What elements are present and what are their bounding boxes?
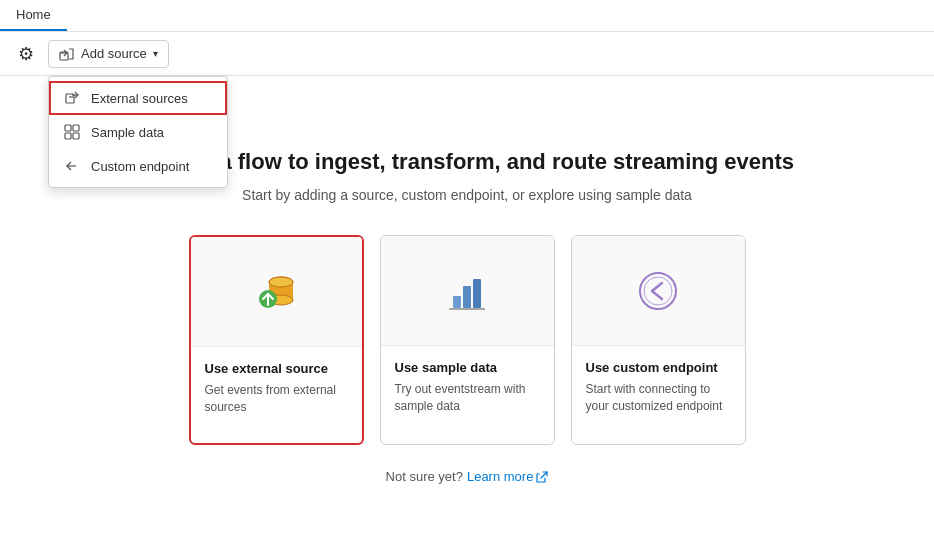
card-sample-data-title: Use sample data: [395, 360, 540, 375]
svg-rect-17: [473, 279, 481, 308]
card-sample-data-text: Use sample data Try out eventstream with…: [381, 346, 554, 427]
settings-button[interactable]: ⚙: [12, 39, 40, 69]
card-sample-data-desc: Try out eventstream with sample data: [395, 381, 540, 415]
add-source-label: Add source: [81, 46, 147, 61]
svg-rect-7: [73, 133, 79, 139]
card-external-source-icon-area: [191, 237, 362, 347]
dropdown-item-external-sources-label: External sources: [91, 91, 188, 106]
sample-data-card-icon: [437, 261, 497, 321]
card-external-source-desc: Get events from external sources: [205, 382, 348, 416]
card-external-source-text: Use external source Get events from exte…: [191, 347, 362, 428]
learn-more-label: Learn more: [467, 469, 533, 484]
svg-point-19: [640, 273, 676, 309]
card-custom-endpoint-title: Use custom endpoint: [586, 360, 731, 375]
card-sample-data-icon-area: [381, 236, 554, 346]
home-tab[interactable]: Home: [0, 0, 67, 31]
svg-rect-16: [463, 286, 471, 308]
toolbar: ⚙ Add source ▾: [0, 32, 934, 76]
svg-point-12: [269, 277, 293, 287]
app-container: Home ⚙ Add source ▾: [0, 0, 934, 557]
gear-icon: ⚙: [18, 43, 34, 65]
learn-more-link[interactable]: Learn more: [467, 469, 548, 484]
custom-endpoint-card-icon: [628, 261, 688, 321]
chevron-down-icon: ▾: [153, 48, 158, 59]
external-link-icon: [536, 471, 548, 483]
card-custom-endpoint-desc: Start with connecting to your customized…: [586, 381, 731, 415]
card-external-source[interactable]: Use external source Get events from exte…: [189, 235, 364, 445]
not-sure-text: Not sure yet?: [386, 469, 463, 484]
card-custom-endpoint-text: Use custom endpoint Start with connectin…: [572, 346, 745, 427]
dropdown-item-custom-endpoint[interactable]: Custom endpoint: [49, 149, 227, 183]
svg-line-21: [541, 472, 547, 478]
card-sample-data[interactable]: Use sample data Try out eventstream with…: [380, 235, 555, 445]
cards-container: Use external source Get events from exte…: [189, 235, 746, 445]
dropdown-item-sample-data-label: Sample data: [91, 125, 164, 140]
sample-data-icon: [63, 123, 81, 141]
svg-rect-15: [453, 296, 461, 308]
svg-rect-4: [65, 125, 71, 131]
hero-subtitle: Start by adding a source, custom endpoin…: [242, 187, 692, 203]
svg-rect-5: [73, 125, 79, 131]
hero-title: Design a flow to ingest, transform, and …: [140, 149, 794, 175]
svg-point-20: [644, 277, 672, 305]
external-source-card-icon: [246, 262, 306, 322]
footer: Not sure yet? Learn more: [386, 469, 549, 484]
dropdown-menu: External sources Sample data: [48, 76, 228, 188]
add-source-button[interactable]: Add source ▾: [48, 40, 169, 68]
card-custom-endpoint-icon-area: [572, 236, 745, 346]
svg-rect-6: [65, 133, 71, 139]
external-sources-icon: [63, 89, 81, 107]
dropdown-item-sample-data[interactable]: Sample data: [49, 115, 227, 149]
card-custom-endpoint[interactable]: Use custom endpoint Start with connectin…: [571, 235, 746, 445]
add-source-icon: [59, 46, 75, 62]
dropdown-item-external-sources[interactable]: External sources: [49, 81, 227, 115]
dropdown-item-custom-endpoint-label: Custom endpoint: [91, 159, 189, 174]
custom-endpoint-icon: [63, 157, 81, 175]
tab-bar: Home: [0, 0, 934, 32]
card-external-source-title: Use external source: [205, 361, 348, 376]
